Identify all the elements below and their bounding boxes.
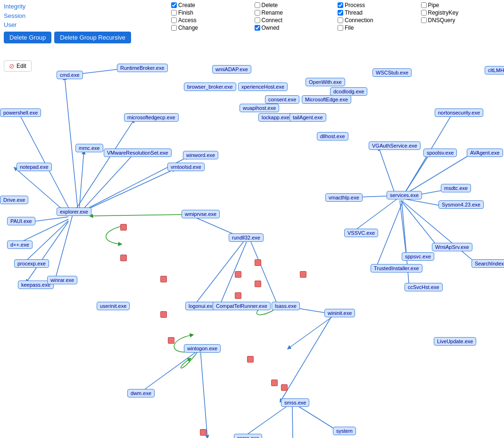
node-ccsvchst[interactable]: ccSvcHst.exe [405, 283, 443, 291]
node-procexp[interactable]: procexp.exe [14, 259, 49, 268]
node-services[interactable]: services.exe [387, 191, 422, 199]
checkbox-file[interactable] [338, 25, 343, 31]
node-cltlmh[interactable]: cltLMH.. [485, 66, 504, 74]
red-node-1[interactable] [120, 255, 127, 261]
node-rundll32[interactable]: rundll32.exe [229, 233, 264, 242]
red-node-10[interactable] [271, 380, 278, 386]
node-smss[interactable]: smss.exe [281, 398, 309, 407]
node-sysmon[interactable]: Sysmon4.23.exe [438, 200, 484, 209]
node-vmtoolsd[interactable]: vmtoolsd.exe [167, 163, 205, 171]
node-searchindexer[interactable]: SearchIndexer.exe [471, 259, 504, 268]
checkbox-dnsquery[interactable] [421, 17, 427, 23]
node-powershell[interactable]: powershell.exe [0, 108, 41, 117]
node-dllhost[interactable]: dllhost.exe [317, 132, 348, 140]
node-winword[interactable]: winword.exe [183, 151, 218, 159]
node-vssvc[interactable]: VSSVC.exe [344, 229, 378, 237]
node-winlogon[interactable]: winlogon.exe [184, 344, 221, 353]
svg-line-21 [401, 200, 438, 248]
delete-group-recursive-button[interactable]: Delete Group Recursive [54, 32, 131, 43]
node-wmiapsrv[interactable]: WmiApSrv.exe [432, 243, 472, 251]
checkbox-owned[interactable] [255, 25, 260, 31]
checkbox-label-dnsquery: DNSQuery [428, 17, 455, 24]
checkbox-thread[interactable] [338, 10, 343, 16]
checkbox-item-change: Change [171, 25, 251, 31]
node-xperiencehost[interactable]: xperienceHost.exe [238, 83, 288, 91]
node-paui[interactable]: PAUI.exe [7, 217, 35, 225]
node-consent[interactable]: consent.exe [265, 95, 299, 104]
node-dplusplus[interactable]: d++.exe [7, 240, 33, 249]
node-dlodlodg[interactable]: dcodlodg.exe [330, 87, 367, 96]
checkbox-item-dnsquery: DNSQuery [421, 17, 501, 24]
node-system[interactable]: system [333, 427, 356, 435]
red-node-12[interactable] [281, 384, 288, 391]
node-userinit[interactable]: userinit.exe [97, 302, 130, 310]
checkbox-finish[interactable] [171, 10, 177, 16]
red-node-6[interactable] [235, 292, 241, 299]
node-msedge[interactable]: MicrosoftEdge.exe [302, 95, 351, 104]
node-spoolsv[interactable]: spoolsv.exe [423, 149, 457, 157]
red-node-11[interactable] [200, 429, 207, 436]
node-lockapp[interactable]: lockapp.exe [258, 113, 293, 122]
red-node-2[interactable] [160, 276, 167, 282]
red-node-0[interactable] [120, 224, 127, 231]
red-node-8[interactable] [255, 281, 261, 287]
node-wininit[interactable]: wininit.exe [324, 309, 355, 317]
node-microsoftedgecp[interactable]: microsoftedgecp.exe [124, 113, 179, 122]
checkbox-rename[interactable] [255, 10, 260, 16]
node-wuapihost[interactable]: wuapihost.exe [240, 104, 279, 112]
node-drive[interactable]: Drive.exe [0, 196, 28, 204]
node-nortonsecurity[interactable]: nortonsecurity.exe [435, 108, 483, 117]
red-node-4[interactable] [168, 337, 174, 344]
svg-line-12 [65, 76, 78, 210]
node-csrss[interactable]: csrss.exe [234, 434, 262, 438]
node-cmd[interactable]: cmd.exe [57, 71, 83, 79]
node-tailagent[interactable]: tailAgent.exe [289, 113, 326, 122]
node-browser_broker[interactable]: browser_broker.exe [184, 83, 236, 91]
user-link[interactable]: User [4, 20, 157, 30]
node-compattelrunner[interactable]: CompatTelRunner.exe [213, 302, 271, 310]
svg-line-7 [79, 151, 84, 210]
checkbox-connection[interactable] [338, 17, 343, 23]
node-avagent[interactable]: AVAgent.exe [467, 149, 503, 157]
red-node-7[interactable] [255, 259, 261, 266]
node-trustedinstaller[interactable]: TrustedInstaller.exe [371, 264, 422, 273]
node-winrar[interactable]: winrar.exe [47, 276, 77, 284]
red-node-5[interactable] [235, 271, 241, 278]
node-liveupdate[interactable]: LiveUpdate.exe [434, 337, 476, 346]
checkbox-label-thread: Thread [345, 9, 363, 16]
node-vgauthservice[interactable]: VGAuthService.exe [369, 141, 421, 150]
red-node-13[interactable] [300, 271, 306, 278]
node-wmiprvse[interactable]: wmiprvse.exe [182, 210, 220, 218]
session-link[interactable]: Session [4, 11, 157, 21]
checkbox-registrykey[interactable] [421, 10, 427, 16]
checkbox-pipe[interactable] [421, 2, 427, 8]
node-wmiap[interactable]: wmiADAP.exe [212, 65, 251, 74]
node-vmacthlp[interactable]: vmacthlp.exe [325, 193, 363, 202]
delete-group-button[interactable]: Delete Group [4, 32, 51, 43]
checkbox-item-registrykey: RegistryKey [421, 9, 501, 16]
node-openwith[interactable]: OpenWith.exe [306, 78, 345, 86]
checkbox-item-thread: Thread [338, 9, 417, 16]
checkbox-create[interactable] [171, 2, 177, 8]
node-msdtc[interactable]: msdtc.exe [441, 184, 471, 192]
node-sppsvc[interactable]: sppsvc.exe [402, 252, 434, 261]
node-vmwareresolution[interactable]: VMwareResolutionSet.exe [104, 149, 172, 157]
edit-button[interactable]: ⊘ Edit [4, 60, 32, 72]
checkbox-process[interactable] [338, 2, 343, 8]
node-mmc[interactable]: mmc.exe [75, 144, 103, 152]
svg-line-15 [405, 153, 430, 193]
integrity-link[interactable]: Integrity [4, 2, 157, 11]
node-lsass[interactable]: lsass.exe [272, 302, 300, 310]
checkbox-access[interactable] [171, 17, 177, 23]
node-notepad[interactable]: notepad.exe [17, 163, 52, 171]
node-dwm[interactable]: dwm.exe [127, 389, 155, 397]
red-node-9[interactable] [247, 356, 254, 363]
checkbox-change[interactable] [171, 25, 177, 31]
svg-line-29 [219, 240, 248, 306]
node-explorer[interactable]: explorer.exe [57, 207, 91, 216]
node-runtimebroker[interactable]: RuntimeBroker.exe [117, 64, 168, 72]
checkbox-delete[interactable] [255, 2, 260, 8]
checkbox-connect[interactable] [255, 17, 260, 23]
node-wscstub[interactable]: WSCStub.exe [372, 68, 412, 77]
red-node-3[interactable] [160, 311, 167, 318]
